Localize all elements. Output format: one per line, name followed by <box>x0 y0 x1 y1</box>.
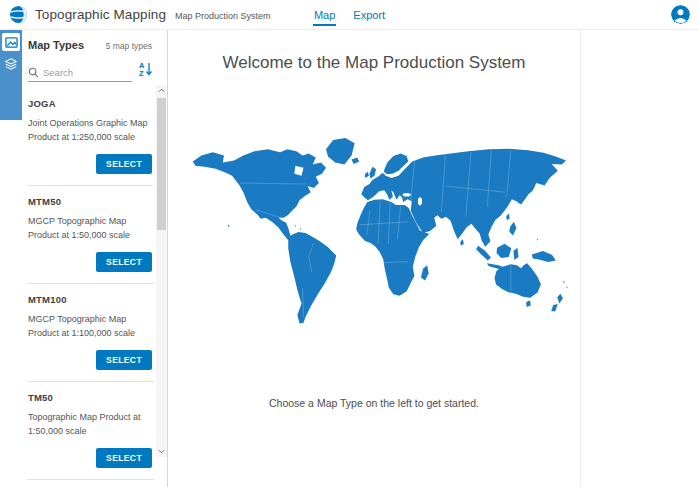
svg-text:Z: Z <box>139 69 144 77</box>
map-type-item-tm50: TM50 Topographic Map Product at 1:50,000… <box>27 381 154 479</box>
map-type-name: MTM50 <box>28 196 152 207</box>
map-type-name: JOGA <box>28 98 152 109</box>
select-button-joga[interactable]: SELECT <box>96 154 152 174</box>
map-types-action[interactable] <box>2 33 20 51</box>
nav-tab-map[interactable]: Map <box>313 5 336 26</box>
app-subtitle: Map Production System <box>175 8 271 21</box>
sidebar-scrollbar[interactable] <box>156 85 167 457</box>
map-type-item-mtm50: MTM50 MGCP Topographic Map Product at 1:… <box>27 185 154 283</box>
search-box <box>28 67 132 82</box>
sort-az-icon: A Z <box>138 61 153 77</box>
map-type-item-joga: JOGA Joint Operations Graphic Map Produc… <box>27 88 154 185</box>
search-input[interactable] <box>43 67 113 78</box>
globe-logo-icon <box>9 5 28 24</box>
world-map <box>180 135 568 329</box>
map-type-description: Topographic Map Product at 1:50,000 scal… <box>28 411 152 438</box>
map-type-item-tm100: TM100 <box>27 479 154 487</box>
map-types-panel: Map Types 5 map types A Z <box>22 30 168 487</box>
app-title: Topographic Mapping <box>35 7 166 22</box>
welcome-title: Welcome to the Map Production System <box>168 53 580 73</box>
welcome-panel: Welcome to the Map Production System <box>168 30 581 487</box>
scroll-up-icon[interactable] <box>156 85 167 96</box>
select-button-mtm50[interactable]: SELECT <box>96 252 152 272</box>
scrollbar-thumb[interactable] <box>157 98 166 230</box>
map-type-description: Joint Operations Graphic Map Product at … <box>28 117 152 144</box>
layers-action[interactable] <box>2 55 20 73</box>
app-header: Topographic Mapping Map Production Syste… <box>0 0 699 30</box>
action-bar <box>0 30 22 487</box>
map-type-description: MGCP Topographic Map Product at 1:100,00… <box>28 313 152 340</box>
select-button-mtm100[interactable]: SELECT <box>96 350 152 370</box>
user-account-icon[interactable] <box>671 5 690 24</box>
sort-az-button[interactable]: A Z <box>138 61 153 82</box>
map-type-description: MGCP Topographic Map Product at 1:50,000… <box>28 215 152 242</box>
instruction-text: Choose a Map Type on the left to get sta… <box>168 397 580 409</box>
app-shell: Map Types 5 map types A Z <box>0 30 699 487</box>
nav-tab-export[interactable]: Export <box>352 5 386 26</box>
map-panel-icon <box>5 36 18 49</box>
map-type-list: JOGA Joint Operations Graphic Map Produc… <box>27 88 154 487</box>
scroll-down-icon[interactable] <box>156 446 167 457</box>
map-type-item-mtm100: MTM100 MGCP Topographic Map Product at 1… <box>27 283 154 381</box>
map-type-count: 5 map types <box>106 41 152 51</box>
map-type-name: MTM100 <box>28 294 152 305</box>
layers-icon <box>4 57 18 71</box>
select-button-tm50[interactable]: SELECT <box>96 448 152 468</box>
empty-right-area <box>581 30 699 487</box>
map-type-name: TM50 <box>28 392 152 403</box>
panel-title: Map Types <box>28 39 84 51</box>
search-icon <box>28 67 39 78</box>
